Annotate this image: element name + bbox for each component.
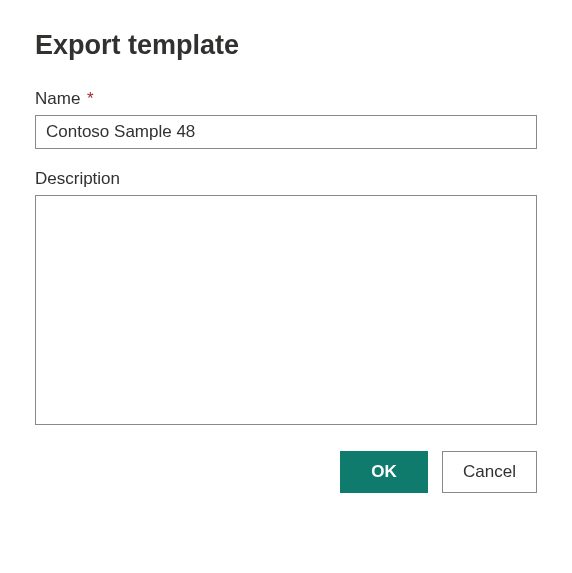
button-row: OK Cancel — [35, 451, 537, 493]
cancel-button[interactable]: Cancel — [442, 451, 537, 493]
description-label: Description — [35, 169, 537, 189]
ok-button[interactable]: OK — [340, 451, 428, 493]
description-textarea[interactable] — [35, 195, 537, 425]
description-field-group: Description — [35, 169, 537, 429]
name-label-text: Name — [35, 89, 80, 108]
name-input[interactable] — [35, 115, 537, 149]
dialog-title: Export template — [35, 30, 537, 61]
name-field-group: Name * — [35, 89, 537, 149]
name-label: Name * — [35, 89, 537, 109]
required-indicator: * — [87, 89, 94, 108]
